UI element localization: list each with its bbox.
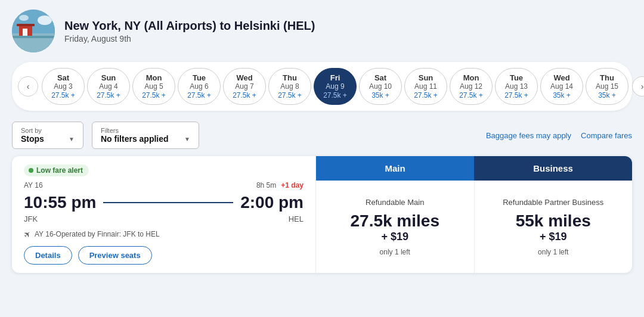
svg-rect-3 — [17, 24, 35, 26]
fare-availability: only 1 left — [380, 248, 410, 256]
date-month: Aug 14 — [550, 82, 573, 91]
date-day: Thu — [600, 73, 614, 82]
header: New York, NY (All Airports) to Helsinki … — [12, 10, 632, 52]
date-day: Sat — [374, 73, 386, 82]
route-title: New York, NY (All Airports) to Helsinki … — [64, 19, 315, 33]
svg-rect-4 — [23, 29, 27, 37]
flight-meta-row: AY 16 8h 5m +1 day — [24, 181, 304, 189]
carousel-items: Sat Aug 3 27.5k + Sun Aug 4 27.5k + Mon … — [42, 68, 628, 105]
fare-availability: only 1 left — [538, 248, 568, 256]
date-month: Aug 12 — [460, 82, 482, 91]
date-pill[interactable]: Sun Aug 11 27.5k + — [404, 68, 447, 105]
date-day: Sun — [419, 73, 434, 82]
date-price: 27.5k + — [323, 91, 347, 100]
baggage-fees-link[interactable]: Baggage fees may apply — [486, 131, 571, 140]
fare-tabs: Main Business — [316, 156, 632, 181]
date-day: Tue — [193, 73, 206, 82]
arrive-time: 2:00 pm — [240, 193, 304, 212]
date-pill[interactable]: Fri Aug 9 27.5k + — [314, 68, 357, 105]
travel-date: Friday, August 9th — [64, 34, 315, 43]
date-price: 27.5k + — [97, 91, 120, 100]
filter-value: No filters applied ▼ — [101, 134, 190, 144]
date-pill[interactable]: Sun Aug 4 27.5k + — [87, 68, 130, 105]
chevron-down-icon-2: ▼ — [184, 136, 190, 142]
flight-duration-line — [103, 202, 233, 203]
date-pill[interactable]: Mon Aug 5 27.5k + — [132, 68, 175, 105]
arrive-airport: HEL — [289, 215, 304, 223]
destination-thumbnail — [12, 10, 55, 52]
date-day: Wed — [236, 73, 252, 82]
date-price: 35k + — [371, 91, 389, 100]
fare-type: Refundable Partner Business — [503, 198, 603, 207]
date-month: Aug 11 — [414, 82, 437, 91]
tab-business[interactable]: Business — [474, 156, 632, 181]
carousel-next-button[interactable]: › — [632, 76, 644, 97]
date-pill[interactable]: Thu Aug 15 35k + — [586, 68, 628, 105]
date-pill[interactable]: Tue Aug 6 27.5k + — [178, 68, 221, 105]
flight-results: Low fare alert AY 16 8h 5m +1 day 10:55 … — [12, 156, 632, 273]
flight-times: 10:55 pm 2:00 pm — [24, 193, 304, 212]
date-day: Wed — [553, 73, 569, 82]
date-pill[interactable]: Wed Aug 7 27.5k + — [223, 68, 266, 105]
date-pill[interactable]: Sat Aug 3 27.5k + — [42, 68, 85, 105]
date-carousel: ‹ Sat Aug 3 27.5k + Sun Aug 4 27.5k + Mo… — [12, 62, 632, 111]
svg-point-6 — [38, 15, 52, 25]
details-button[interactable]: Details — [24, 246, 72, 265]
tab-main[interactable]: Main — [316, 156, 474, 181]
date-month: Aug 6 — [190, 82, 208, 91]
date-price: 27.5k + — [414, 91, 438, 100]
fare-column[interactable]: Refundable Main 27.5k miles + $19 only 1… — [316, 181, 475, 273]
controls-row: Sort by Stops ▼ Filters No filters appli… — [12, 122, 632, 149]
utility-links: Baggage fees may apply Compare fares — [486, 131, 632, 140]
date-month: Aug 7 — [235, 82, 253, 91]
date-day: Tue — [510, 73, 523, 82]
flight-number: AY 16 — [24, 181, 43, 189]
depart-time: 10:55 pm — [24, 193, 96, 212]
fare-miles: 27.5k miles — [351, 212, 439, 231]
depart-airport: JFK — [24, 215, 38, 223]
svg-rect-5 — [12, 36, 55, 38]
date-pill[interactable]: Tue Aug 13 27.5k + — [495, 68, 538, 105]
flight-meta-right: 8h 5m +1 day — [256, 181, 304, 189]
date-price: 27.5k + — [278, 91, 302, 100]
carousel-prev-button[interactable]: ‹ — [18, 76, 38, 97]
header-text-block: New York, NY (All Airports) to Helsinki … — [64, 19, 315, 43]
preview-seats-button[interactable]: Preview seats — [78, 246, 152, 265]
filter-dropdown[interactable]: Filters No filters applied ▼ — [92, 122, 199, 149]
date-month: Aug 8 — [280, 82, 299, 91]
filter-label: Filters — [101, 127, 190, 134]
low-fare-badge: Low fare alert — [24, 164, 89, 176]
date-price: 27.5k + — [233, 91, 256, 100]
fare-type: Refundable Main — [366, 198, 424, 207]
date-price: 27.5k + — [187, 91, 211, 100]
airports-row: JFK HEL — [24, 215, 304, 223]
date-price: 27.5k + — [459, 91, 483, 100]
fare-column[interactable]: Refundable Partner Business 55k miles + … — [475, 181, 633, 273]
date-month: Aug 4 — [99, 82, 117, 91]
date-month: Aug 15 — [596, 82, 618, 91]
date-pill[interactable]: Sat Aug 10 35k + — [359, 68, 402, 105]
plus-day: +1 day — [281, 181, 304, 189]
date-price: 35k + — [553, 91, 571, 100]
date-price: 35k + — [598, 91, 616, 100]
sort-label: Sort by — [21, 127, 75, 134]
date-pill[interactable]: Mon Aug 12 27.5k + — [450, 68, 493, 105]
sort-value: Stops ▼ — [21, 134, 75, 144]
date-pill[interactable]: Thu Aug 8 27.5k + — [268, 68, 311, 105]
fare-cash: + $19 — [540, 231, 567, 243]
date-day: Fri — [330, 73, 340, 82]
chevron-down-icon: ▼ — [69, 136, 75, 142]
fare-columns: Main Business Refundable Main 27.5k mile… — [316, 156, 632, 273]
compare-fares-link[interactable]: Compare fares — [581, 131, 632, 140]
operated-by-text: AY 16-Operated by Finnair: JFK to HEL — [35, 230, 160, 238]
plane-icon: ✈ — [21, 228, 33, 240]
date-price: 27.5k + — [504, 91, 528, 100]
fare-cash: + $19 — [381, 231, 408, 243]
fare-miles: 55k miles — [516, 212, 591, 231]
badge-dot — [29, 168, 33, 173]
badge-label: Low fare alert — [36, 166, 83, 175]
date-pill[interactable]: Wed Aug 14 35k + — [540, 68, 583, 105]
flight-duration: 8h 5m — [256, 181, 276, 189]
action-buttons: Details Preview seats — [24, 246, 304, 265]
sort-dropdown[interactable]: Sort by Stops ▼ — [12, 122, 83, 149]
